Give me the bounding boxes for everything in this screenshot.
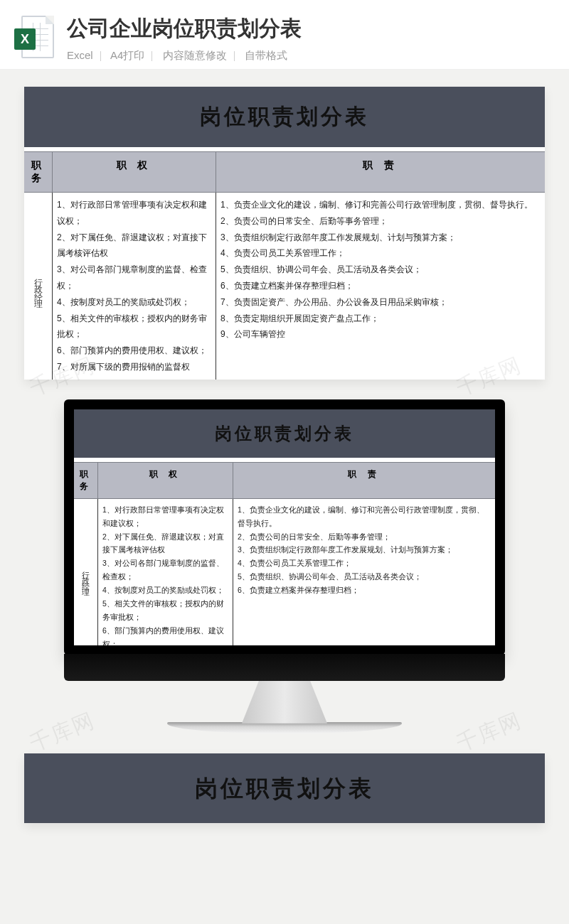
meta-print: A4打印: [110, 49, 144, 61]
list-item: 5、相关文件的审核权；授权内的财务审批权；: [102, 597, 228, 624]
monitor-stand-base: [167, 722, 402, 734]
list-item: 4、按制度对员工的奖励或处罚权；: [57, 294, 211, 311]
list-item: 8、负责定期组织开展固定资产盘点工作；: [220, 311, 541, 327]
list-item: 6、负责建立档案并保存整理归档；: [220, 278, 541, 294]
list-item: 1、对行政部日常管理事项有决定权和建议权；: [57, 197, 211, 230]
list-item: 3、负责组织制定行政部年度工作发展规划、计划与预算方案；: [238, 543, 491, 557]
col-header-role: 职务: [24, 152, 53, 192]
doc-title: 岗位职责划分表: [24, 87, 545, 147]
col-header-power: 职 权: [53, 152, 216, 192]
page-header: X 公司企业岗位职责划分表 Excel A4打印 内容随意修改 自带格式: [0, 0, 569, 68]
list-item: 3、对公司各部门规章制度的监督、检查权；: [102, 557, 228, 584]
list-item: 6、部门预算内的费用使用权、建议权；: [57, 343, 211, 359]
list-item: 2、负责公司的日常安全、后勤等事务管理；: [238, 530, 491, 544]
list-item: 4、负责公司员工关系管理工作；: [238, 557, 491, 570]
col-header-power: 职 权: [98, 463, 233, 498]
list-item: 6、部门预算内的费用使用权、建议权；: [102, 624, 228, 645]
col-header-resp: 职 责: [233, 463, 495, 498]
monitor-stand-neck: [242, 681, 327, 724]
power-cell: 1、对行政部日常管理事项有决定权和建议权； 2、对下属任免、辞退建议权；对直接下…: [53, 193, 216, 380]
monitor-chin: [64, 654, 505, 681]
doc-body-monitor: 行政经理 1、对行政部日常管理事项有决定权和建议权； 2、对下属任免、辞退建议权…: [74, 499, 495, 645]
list-item: 6、负责建立档案并保存整理归档；: [238, 584, 491, 597]
title-block: 公司企业岗位职责划分表 Excel A4打印 内容随意修改 自带格式: [67, 14, 569, 63]
meta-style: 自带格式: [245, 49, 287, 61]
col-header-resp: 职 责: [216, 152, 545, 192]
list-item: 2、对下属任免、辞退建议权；对直接下属考核评估权: [102, 530, 228, 557]
list-item: 1、对行政部日常管理事项有决定权和建议权；: [102, 503, 228, 530]
list-item: 5、负责组织、协调公司年会、员工活动及各类会议；: [238, 570, 491, 584]
doc-column-headers: 职务 职 权 职 责: [24, 151, 545, 193]
meta-edit: 内容随意修改: [163, 49, 227, 61]
list-item: 2、负责公司的日常安全、后勤等事务管理；: [220, 213, 541, 230]
list-item: 1、负责企业文化的建设，编制、修订和完善公司行政管理制度，贯彻、督导执行。: [238, 503, 491, 530]
list-item: 1、负责企业文化的建设，编制、修订和完善公司行政管理制度，贯彻、督导执行。: [220, 197, 541, 213]
monitor-mockup: 岗位职责划分表 职务 职 权 职 责 行政经理 1、对行政部日常管理事项有决定权…: [0, 392, 569, 753]
excel-badge: X: [14, 28, 36, 50]
bottom-preview-strip: 岗位职责划分表: [24, 753, 545, 823]
doc-body: 行政经理 1、对行政部日常管理事项有决定权和建议权； 2、对下属任免、辞退建议权…: [24, 193, 545, 380]
resp-cell: 1、负责企业文化的建设，编制、修订和完善公司行政管理制度，贯彻、督导执行。 2、…: [216, 193, 545, 380]
page-title: 公司企业岗位职责划分表: [67, 14, 569, 43]
preview-area: 岗位职责划分表 职务 职 权 职 责 行政经理 1、对行政部日常管理事项有决定权…: [0, 70, 569, 392]
list-item: 5、相关文件的审核权；授权内的财务审批权；: [57, 311, 211, 343]
list-item: 3、对公司各部门规章制度的监督、检查权；: [57, 262, 211, 294]
document-preview: 岗位职责划分表 职务 职 权 职 责 行政经理 1、对行政部日常管理事项有决定权…: [24, 87, 545, 380]
list-item: 4、负责公司员工关系管理工作；: [220, 245, 541, 262]
col-header-role: 职务: [74, 463, 98, 498]
role-cell: 行政经理: [24, 193, 53, 380]
power-cell: 1、对行政部日常管理事项有决定权和建议权； 2、对下属任免、辞退建议权；对直接下…: [98, 499, 233, 645]
list-item: 2、对下属任免、辞退建议权；对直接下属考核评估权: [57, 230, 211, 262]
file-meta: Excel A4打印 内容随意修改 自带格式: [67, 49, 569, 63]
list-item: 3、负责组织制定行政部年度工作发展规划、计划与预算方案；: [220, 230, 541, 246]
meta-format: Excel: [67, 49, 93, 61]
list-item: 7、对所属下级的费用报销的监督权: [57, 359, 211, 375]
excel-file-icon: X: [14, 16, 54, 61]
list-item: 5、负责组织、协调公司年会、员工活动及各类会议；: [220, 262, 541, 278]
doc-title-bottom: 岗位职责划分表: [24, 753, 545, 823]
list-item: 9、公司车辆管控: [220, 326, 541, 343]
list-item: 4、按制度对员工的奖励或处罚权；: [102, 584, 228, 597]
resp-cell: 1、负责企业文化的建设，编制、修订和完善公司行政管理制度，贯彻、督导执行。 2、…: [233, 499, 495, 645]
role-cell: 行政经理: [74, 499, 98, 645]
doc-title-monitor: 岗位职责划分表: [74, 409, 495, 458]
monitor-screen: 岗位职责划分表 职务 职 权 职 责 行政经理 1、对行政部日常管理事项有决定权…: [64, 399, 505, 655]
list-item: 7、负责固定资产、办公用品、办公设备及日用品采购审核；: [220, 294, 541, 311]
doc-column-headers-monitor: 职务 职 权 职 责: [74, 462, 495, 499]
preview-card: 岗位职责划分表 职务 职 权 职 责 行政经理 1、对行政部日常管理事项有决定权…: [24, 87, 545, 380]
